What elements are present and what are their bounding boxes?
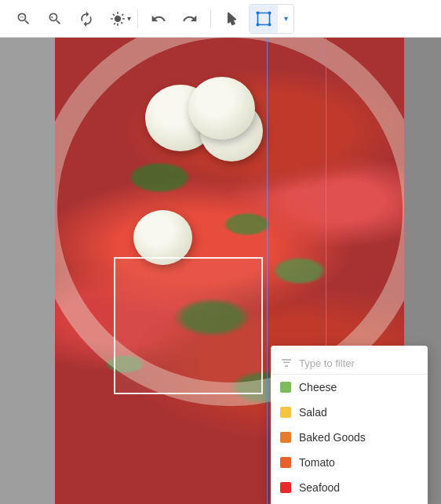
rotate-icon: [78, 11, 94, 27]
salad-color: [280, 407, 291, 418]
seafood-color: [280, 482, 291, 493]
filter-dropdown: Type to filter Cheese Salad Baked Goods …: [271, 346, 428, 504]
redo-icon: [182, 11, 198, 27]
filter-icon: [280, 357, 293, 369]
tomato-label: Tomato: [299, 456, 335, 469]
chevron-down-icon: ▾: [284, 14, 288, 23]
baked-goods-color: [280, 432, 291, 443]
bounding-box-icon: [256, 11, 272, 27]
brightness-dropdown-arrow: ▾: [127, 14, 131, 23]
arrow-icon: [224, 11, 239, 27]
svg-point-1: [257, 12, 259, 14]
cheese-label: Cheese: [299, 381, 337, 393]
select-button[interactable]: [217, 5, 246, 33]
filter-item-baked-goods[interactable]: Baked Goods: [271, 425, 428, 450]
toolbar: ▾ ▾: [0, 0, 441, 38]
svg-rect-0: [258, 13, 270, 24]
filter-item-seafood[interactable]: Seafood: [271, 475, 428, 500]
filter-item-tomato[interactable]: Tomato: [271, 450, 428, 475]
undo-button[interactable]: [144, 5, 173, 33]
redo-button[interactable]: [176, 5, 204, 33]
salad-label: Salad: [299, 406, 327, 419]
cheese-color: [280, 382, 291, 393]
filter-search-row: Type to filter: [271, 352, 428, 375]
canvas-area: Type to filter Cheese Salad Baked Goods …: [0, 38, 441, 504]
filter-item-salad[interactable]: Salad: [271, 400, 428, 425]
brightness-icon: [110, 11, 126, 27]
zoom-in-icon: [47, 11, 63, 27]
rotate-button[interactable]: [72, 5, 100, 33]
svg-point-3: [257, 24, 259, 26]
zoom-out-button[interactable]: [9, 5, 38, 33]
divider-1: [137, 9, 138, 28]
filter-placeholder[interactable]: Type to filter: [299, 357, 355, 369]
bounding-box-dropdown-button[interactable]: ▾: [278, 5, 293, 33]
selection-rectangle[interactable]: [114, 257, 263, 394]
divider-2: [210, 9, 211, 28]
guide-line-1: [267, 38, 268, 504]
bounding-box-button[interactable]: [250, 5, 278, 33]
zoom-out-icon: [16, 11, 31, 27]
zoom-in-button[interactable]: [41, 5, 69, 33]
tomato-color: [280, 457, 291, 468]
brightness-dropdown[interactable]: ▾: [104, 5, 131, 33]
seafood-label: Seafood: [299, 481, 340, 494]
svg-point-2: [268, 12, 271, 14]
canvas-left-margin: [0, 38, 55, 504]
baked-goods-label: Baked Goods: [299, 431, 366, 444]
bounding-box-group: ▾: [249, 4, 294, 34]
svg-point-4: [268, 24, 271, 26]
undo-icon: [151, 11, 166, 27]
filter-item-cheese[interactable]: Cheese: [271, 375, 428, 400]
